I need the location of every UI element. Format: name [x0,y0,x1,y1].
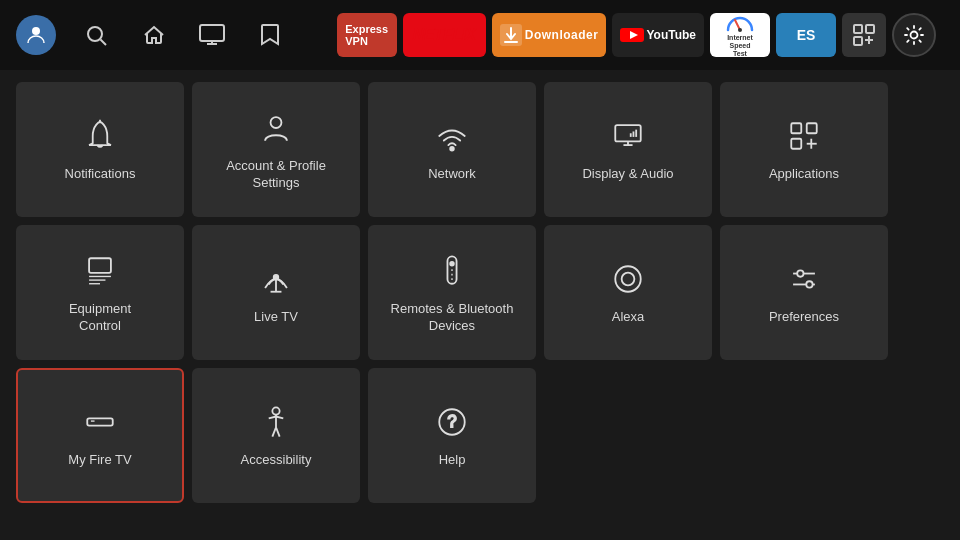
svg-point-9 [738,28,742,32]
grid-row-3: My Fire TV Accessibility ? Help [16,368,944,503]
expressvpn-label: ExpressVPN [345,23,388,47]
settings-button[interactable] [892,13,936,57]
topbar: ExpressVPN NETFLIX Downloader YouTube [0,0,960,70]
svg-point-35 [274,275,279,280]
svg-rect-12 [854,37,862,45]
monitor-icon [608,116,648,156]
youtube-label: YouTube [646,28,696,42]
tile-myfiretv[interactable]: My Fire TV [16,368,184,503]
wifi-icon [432,116,472,156]
profile-avatar[interactable] [16,15,56,55]
sliders-icon [784,259,824,299]
tile-remotes[interactable]: Remotes & BluetoothDevices [368,225,536,360]
help-icon: ? [432,402,472,442]
tile-preferences[interactable]: Preferences [720,225,888,360]
antenna-icon [256,259,296,299]
svg-point-38 [450,262,454,266]
tv-remote-icon [80,251,120,291]
svg-point-17 [271,117,282,128]
search-icon[interactable] [78,17,114,53]
tile-applications[interactable]: Applications [720,82,888,217]
bookmark-icon[interactable] [252,17,288,53]
expressvpn-app[interactable]: ExpressVPN [337,13,397,57]
firetv-icon [80,402,120,442]
grid-row-1: Notifications Account & ProfileSettings … [16,82,944,217]
tile-network[interactable]: Network [368,82,536,217]
svg-rect-48 [87,418,112,425]
person-icon [256,108,296,148]
downloader-label: Downloader [525,28,599,42]
account-label: Account & ProfileSettings [218,158,334,192]
svg-point-50 [272,408,279,415]
add-app-button[interactable] [842,13,886,57]
youtube-app[interactable]: YouTube [612,13,704,57]
tv-icon[interactable] [194,17,230,53]
notifications-label: Notifications [57,166,144,183]
tile-equipment[interactable]: EquipmentControl [16,225,184,360]
svg-point-0 [32,27,40,35]
svg-line-2 [101,40,107,46]
tile-display-audio[interactable]: Display & Audio [544,82,712,217]
svg-rect-11 [866,25,874,33]
svg-rect-3 [200,25,224,41]
bell-icon [80,116,120,156]
svg-text:?: ? [447,413,456,431]
display-audio-label: Display & Audio [574,166,681,183]
help-label: Help [431,452,474,469]
svg-rect-30 [89,258,111,273]
downloader-app[interactable]: Downloader [492,13,607,57]
grid-row-2: EquipmentControl Live TV Remotes & Bluet [16,225,944,360]
netflix-label: NETFLIX [413,26,476,44]
es-label: ES [797,27,816,43]
tile-help[interactable]: ? Help [368,368,536,503]
settings-main: Notifications Account & ProfileSettings … [0,70,960,515]
home-icon[interactable] [136,17,172,53]
svg-rect-25 [791,123,801,133]
speedtest-label: InternetSpeedTest [727,34,753,57]
tile-account[interactable]: Account & ProfileSettings [192,82,360,217]
preferences-label: Preferences [761,309,847,326]
svg-point-18 [450,147,454,151]
svg-point-15 [911,32,918,39]
svg-point-1 [88,27,102,41]
svg-rect-27 [791,139,801,149]
network-label: Network [420,166,484,183]
svg-point-47 [806,281,812,287]
remotes-label: Remotes & BluetoothDevices [383,301,522,335]
equipment-label: EquipmentControl [61,301,139,335]
applications-label: Applications [761,166,847,183]
app-shortcuts: ExpressVPN NETFLIX Downloader YouTube [337,13,936,57]
nav-left [16,15,288,55]
speedtest-app[interactable]: InternetSpeedTest [710,13,770,57]
svg-rect-26 [807,123,817,133]
svg-point-46 [797,270,803,276]
svg-rect-10 [854,25,862,33]
livetv-label: Live TV [246,309,306,326]
alexa-icon [608,259,648,299]
tile-alexa[interactable]: Alexa [544,225,712,360]
apps-icon [784,116,824,156]
myfiretv-label: My Fire TV [60,452,139,469]
accessibility-icon [256,402,296,442]
svg-point-42 [615,266,640,291]
tile-notifications[interactable]: Notifications [16,82,184,217]
svg-point-43 [622,273,635,286]
tile-accessibility[interactable]: Accessibility [192,368,360,503]
svg-marker-8 [630,31,638,39]
alexa-label: Alexa [604,309,653,326]
accessibility-label: Accessibility [233,452,320,469]
es-app[interactable]: ES [776,13,836,57]
tile-livetv[interactable]: Live TV [192,225,360,360]
remote-icon [432,251,472,291]
netflix-app[interactable]: NETFLIX [403,13,486,57]
